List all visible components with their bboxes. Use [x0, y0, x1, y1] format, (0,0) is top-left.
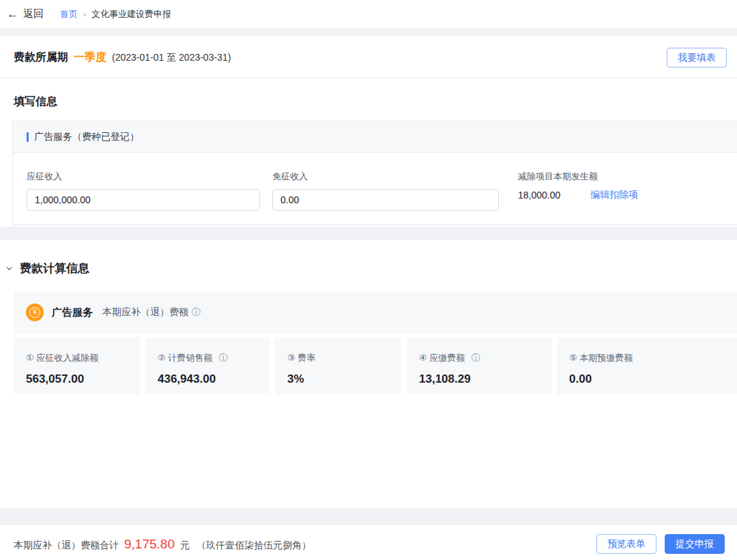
total-label: 本期应补（退）费额合计 — [14, 540, 119, 552]
breadcrumb-current-page: 文化事业建设费申报 — [91, 8, 171, 20]
period-label: 费款所属期 — [14, 50, 68, 65]
stat-label: ⑤ 本期预缴费额 — [569, 353, 633, 363]
stat-value: 436,943.00 — [158, 372, 270, 386]
chevron-down-icon — [5, 265, 13, 272]
calc-section-header[interactable]: 费款计算信息 — [5, 261, 737, 276]
period-quarter-value: 一季度 — [74, 50, 106, 65]
stat-label: ① 应征收入减除额 — [26, 353, 98, 363]
stat-value: 0.00 — [569, 372, 737, 386]
back-arrow-icon: ← — [7, 8, 18, 21]
submit-declaration-button[interactable]: 提交申报 — [665, 534, 725, 554]
deduction-value-row: 18,000.00 编辑扣除项 — [518, 189, 638, 201]
header-divider — [0, 78, 737, 78]
stat-billable-sales: ② 计费销售额 ⓘ 436,943.00 — [145, 338, 270, 394]
deduction-value: 18,000.00 — [518, 190, 560, 201]
stat-label: ④ 应缴费额 — [419, 353, 465, 363]
back-button[interactable]: ← 返回 — [7, 8, 44, 21]
deduction-field: 减除项目本期发生额 18,000.00 编辑扣除项 — [518, 171, 638, 211]
calculation-stats-row: ① 应征收入减除额 563,057.00 ② 计费销售额 ⓘ 436,943.0… — [14, 338, 737, 394]
taxable-income-label: 应征收入 — [27, 171, 260, 183]
info-icon[interactable]: ⓘ — [219, 353, 228, 363]
info-icon[interactable]: ⓘ — [472, 353, 480, 363]
coin-currency-icon: ¥ — [26, 304, 44, 321]
blue-marker-bar — [27, 132, 29, 142]
breadcrumb-separator-icon: › — [83, 10, 86, 19]
total-summary: 本期应补（退）费额合计 9,175.80 元 （玖仟壹佰柒拾伍元捌角） — [14, 537, 311, 552]
stat-value: 3% — [287, 372, 401, 386]
service-subtitle: 本期应补（退）费额 — [102, 306, 188, 319]
breadcrumb: 首页 › 文化事业建设费申报 — [60, 8, 171, 20]
stat-value: 13,108.29 — [419, 372, 551, 386]
period-date-range: (2023-01-01 至 2023-03-31) — [112, 52, 231, 64]
total-unit: 元 — [180, 540, 190, 552]
advertising-service-fieldset: 广告服务（费种已登记） 应征收入 免征收入 减除项目本期发生额 18,000.0… — [12, 121, 737, 225]
stat-value: 563,057.00 — [26, 372, 140, 386]
exempt-income-label: 免征收入 — [272, 171, 499, 183]
period-header-row: 费款所属期 一季度 (2023-01-01 至 2023-03-31) 我要填表 — [0, 36, 737, 78]
fill-section-title: 填写信息 — [14, 95, 737, 109]
page-background-band — [0, 508, 737, 525]
preview-form-button[interactable]: 预览表单 — [596, 534, 656, 554]
service-name: 广告服务 — [52, 306, 93, 319]
fieldset-body: 应征收入 免征收入 减除项目本期发生额 18,000.00 编辑扣除项 — [13, 153, 737, 224]
stat-label: ② 计费销售额 — [158, 353, 212, 363]
top-navigation-bar: ← 返回 首页 › 文化事业建设费申报 — [0, 0, 737, 28]
exempt-income-input[interactable] — [272, 189, 499, 211]
fieldset-header: 广告服务（费种已登记） — [13, 121, 737, 153]
calc-section-title: 费款计算信息 — [20, 261, 89, 276]
taxable-income-field: 应征收入 — [27, 171, 260, 211]
page-background-band — [0, 28, 737, 36]
declaration-fill-card: 费款所属期 一季度 (2023-01-01 至 2023-03-31) 我要填表… — [0, 36, 737, 226]
back-label: 返回 — [23, 8, 44, 20]
total-amount: 9,175.80 — [124, 537, 175, 552]
taxable-income-input[interactable] — [27, 189, 260, 211]
stat-fee-rate: ③ 费率 3% — [275, 338, 401, 394]
deduction-label: 减除项目本期发生额 — [518, 171, 638, 183]
stat-deducted-income: ① 应征收入减除额 563,057.00 — [14, 338, 140, 394]
footer-action-bar: 本期应补（退）费额合计 9,175.80 元 （玖仟壹佰柒拾伍元捌角） 预览表单… — [0, 525, 737, 560]
advertising-service-summary-panel: ¥ 广告服务 本期应补（退）费额 ⓘ — [14, 291, 737, 334]
edit-deduction-link[interactable]: 编辑扣除项 — [590, 189, 638, 201]
info-icon[interactable]: ⓘ — [192, 306, 201, 319]
total-amount-in-words: （玖仟壹佰柒拾伍元捌角） — [197, 540, 311, 552]
breadcrumb-home-link[interactable]: 首页 — [60, 8, 78, 20]
stat-prepaid-fee: ⑤ 本期预缴费额 0.00 — [557, 338, 737, 394]
exempt-income-field: 免征收入 — [272, 171, 499, 211]
fieldset-group-title: 广告服务（费种已登记） — [34, 131, 139, 143]
fill-form-button[interactable]: 我要填表 — [667, 48, 727, 68]
stat-label: ③ 费率 — [287, 353, 315, 363]
stat-payable-fee: ④ 应缴费额 ⓘ 13,108.29 — [407, 338, 551, 394]
footer-buttons: 预览表单 提交申报 — [596, 534, 725, 554]
page-background-band — [0, 226, 737, 240]
fee-calculation-card: 费款计算信息 ¥ 广告服务 本期应补（退）费额 ⓘ ① 应征收入减除额 563,… — [0, 240, 737, 508]
period-text: 费款所属期 一季度 (2023-01-01 至 2023-03-31) — [14, 50, 231, 65]
